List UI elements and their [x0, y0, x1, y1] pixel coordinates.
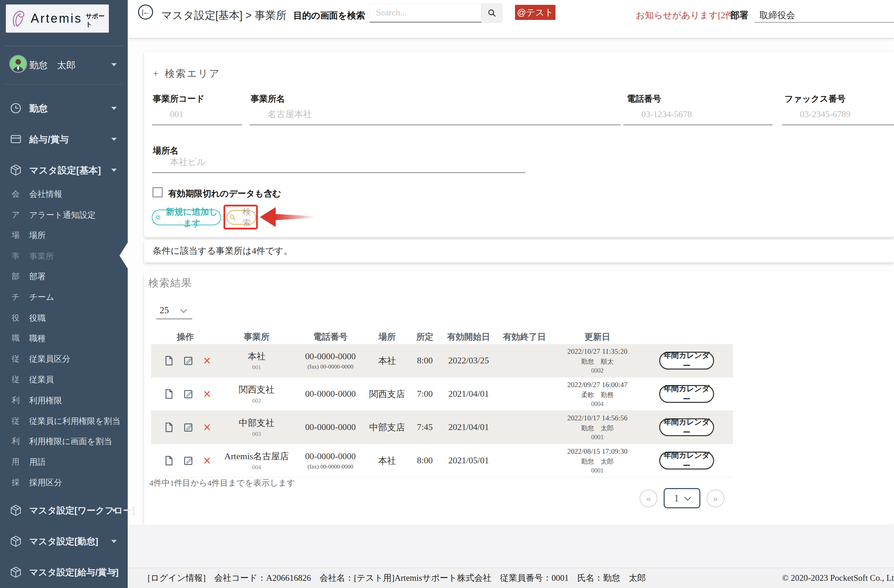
calendar-button-label: 年間カレンダー — [662, 450, 711, 471]
edit-icon[interactable] — [183, 422, 193, 432]
screen-search-input[interactable] — [370, 4, 481, 22]
per-page-select[interactable]: 25 — [156, 303, 192, 319]
office-name-input[interactable] — [249, 104, 621, 124]
collapse-icon: |← — [142, 8, 150, 16]
sidebar-item-department[interactable]: 部部署 — [0, 271, 128, 281]
annual-calendar-button[interactable]: 年間カレンダー — [659, 385, 714, 403]
chevron-down-icon — [111, 509, 117, 512]
sidebar-item-role[interactable]: 役役職 — [0, 312, 128, 322]
edit-icon[interactable] — [183, 389, 193, 399]
sidebar-item-label: マスタ設定[勤怠] — [29, 535, 98, 547]
place-name-input[interactable] — [152, 152, 525, 172]
office-code-input[interactable] — [152, 104, 242, 124]
result-message: 条件に該当する事業所は4件です。 — [153, 240, 293, 262]
fax-value: (fax) 00-0000-0000 — [293, 463, 367, 470]
calendar-button-label: 年間カレンダー — [662, 350, 711, 371]
sidebar-item-hiring-class[interactable]: 採採用区分 — [0, 477, 128, 487]
copyright: © 2020-2023 PocketSoft Co., Lt — [782, 568, 894, 588]
notifications-link[interactable]: お知らせがあります[2件] — [636, 9, 737, 21]
updater-name: 勤怠 太郎 — [554, 457, 640, 466]
sidebar-item-payroll[interactable]: 給与/賞与 — [0, 132, 128, 147]
sidebar-item-master-basic[interactable]: マスタ設定[基本] — [0, 162, 128, 178]
page-select[interactable]: 1 — [664, 488, 701, 508]
add-new-button[interactable]: 新規に追加します — [152, 210, 221, 225]
phone-value: 00-0000-0000 — [293, 389, 367, 399]
screen-search-button[interactable] — [481, 3, 502, 23]
sidebar-item-location[interactable]: 場場所 — [0, 230, 128, 240]
app-logo[interactable]: Artemis サポート — [6, 5, 109, 33]
sidebar-item-assign-screen-to-permission[interactable]: 利利用権限に画面を割当 — [0, 435, 128, 446]
package-icon — [10, 164, 22, 176]
sidebar-collapse-button[interactable]: |← — [138, 5, 153, 20]
office-name: 本社 — [220, 350, 293, 362]
sidebar-item-master-attendance[interactable]: マスタ設定[勤怠] — [0, 534, 128, 549]
updater-name: 勤怠 順太 — [554, 357, 640, 366]
document-icon[interactable] — [163, 389, 174, 399]
next-page-button[interactable]: » — [707, 490, 724, 507]
sidebar-item-company-info[interactable]: 会会社情報 — [0, 188, 128, 198]
chevron-down-icon — [111, 571, 117, 574]
sidebar-item-label: 従業員区分 — [29, 354, 70, 364]
sidebar-item-attendance[interactable]: 勤怠 — [0, 101, 128, 116]
arrow-head — [260, 207, 276, 227]
document-icon[interactable] — [163, 422, 174, 432]
prev-page-button[interactable]: « — [640, 490, 657, 507]
delete-icon[interactable]: × — [203, 422, 211, 432]
office-code-label: 事業所コード — [153, 93, 205, 104]
document-icon[interactable] — [163, 355, 174, 366]
clock-icon — [10, 102, 22, 114]
table-row: × 関西支社002 00-0000-0000 関西支店 7:00 2021/04… — [151, 378, 733, 411]
sidebar-item-office[interactable]: 事事業所 — [0, 250, 128, 261]
office-name-label: 事業所名 — [251, 93, 285, 104]
chevron-down-icon — [111, 540, 117, 543]
sidebar-item-employee[interactable]: 従従業員 — [0, 374, 128, 384]
updater-name: 勤怠 太郎 — [554, 424, 640, 433]
annual-calendar-button[interactable]: 年間カレンダー — [659, 352, 714, 370]
updater-code: 0001 — [554, 434, 640, 441]
edit-icon[interactable] — [183, 355, 193, 366]
office-code: 002 — [220, 398, 293, 404]
office-name: 中部支社 — [220, 417, 293, 429]
sidebar-item-master-workflow[interactable]: マスタ設定[ワークフロー] — [0, 503, 128, 518]
sidebar-item-employee-class[interactable]: 従従業員区分 — [0, 353, 128, 363]
user-menu[interactable]: 勤怠 太郎 — [0, 54, 128, 76]
search-area-header[interactable]: +検索エリア — [153, 67, 220, 81]
chevron-down-icon — [111, 169, 117, 172]
sidebar-item-assign-permission-to-employee[interactable]: 従従業員に利用権限を割当 — [0, 415, 128, 426]
chevron-down-icon — [684, 494, 691, 501]
start-date-value: 2022/03/25 — [443, 355, 494, 366]
sidebar-item-team[interactable]: チチーム — [0, 291, 128, 302]
fax-label: ファックス番号 — [784, 93, 846, 104]
delete-icon[interactable]: × — [203, 355, 211, 366]
annual-calendar-button[interactable]: 年間カレンダー — [659, 452, 714, 470]
results-card: 検索結果 25 操作 事業所 電話番号 場所 所定 有効開始日 有効終了日 更新… — [144, 271, 894, 525]
updater-code: 0002 — [554, 367, 640, 374]
phone-input[interactable] — [624, 104, 772, 124]
screen-search-label: 目的の画面を検索 — [293, 10, 365, 22]
document-icon[interactable] — [163, 455, 174, 466]
delete-icon[interactable]: × — [203, 389, 211, 399]
chevron-down-icon — [180, 306, 187, 313]
sidebar-item-permission[interactable]: 利利用権限 — [0, 395, 128, 405]
item-abbr-icon: 部 — [12, 271, 20, 282]
breadcrumb: マスタ設定[基本] > 事業所 — [162, 8, 287, 23]
search-area-card: +検索エリア 事業所コード 事業所名 電話番号 ファックス番号 場所名 有効期限… — [144, 51, 894, 237]
include-expired-checkbox[interactable] — [153, 187, 163, 198]
annual-calendar-button[interactable]: 年間カレンダー — [659, 418, 714, 436]
results-table: 操作 事業所 電話番号 場所 所定 有効開始日 有効終了日 更新日 × 本社00… — [151, 329, 733, 478]
office-name: 関西支社 — [220, 384, 293, 396]
sidebar-item-job-type[interactable]: 職職種 — [0, 333, 128, 343]
table-row: × 本社001 00-0000-0000(fax) 00-0000-0000 本… — [151, 344, 733, 378]
sidebar-item-label: 給与/賞与 — [29, 133, 69, 146]
expand-icon: + — [153, 68, 159, 79]
sidebar-item-terms[interactable]: 用用語 — [0, 456, 128, 466]
sidebar-item-master-payroll[interactable]: マスタ設定[給与/賞与] — [0, 565, 128, 580]
office-code: 003 — [220, 431, 293, 438]
updated-datetime: 2022/10/17 14:56:56 — [554, 414, 640, 422]
item-abbr-icon: ア — [12, 210, 20, 220]
department-select[interactable]: 取締役会 — [760, 9, 795, 21]
fax-input[interactable] — [782, 104, 894, 124]
edit-icon[interactable] — [183, 455, 193, 466]
delete-icon[interactable]: × — [203, 455, 211, 466]
sidebar-item-alert-settings[interactable]: アアラート通知設定 — [0, 209, 128, 219]
